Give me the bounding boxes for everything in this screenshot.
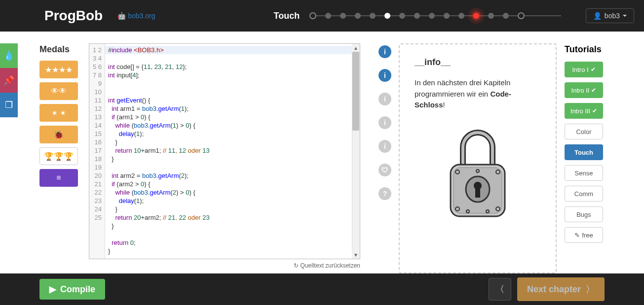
lock-image (415, 123, 541, 221)
progress-dot[interactable] (429, 13, 435, 19)
prev-chapter-button[interactable]: 〈 (489, 278, 511, 301)
medal-menu[interactable]: ≡ (39, 169, 78, 187)
info-nav: iiiii🛡? (375, 32, 395, 273)
tutorial-label: Comm (574, 190, 593, 198)
progress-dot[interactable] (370, 13, 376, 19)
info-nav-dot[interactable]: i (379, 116, 391, 129)
play-icon: ▶ (49, 284, 56, 295)
editor-code[interactable]: #include <BOB3.h> int code[] = {11, 23, … (105, 44, 360, 259)
reset-source-link[interactable]: ↻ Quelltext zurücksetzen (89, 262, 360, 269)
tutorial-button-touch[interactable]: Touch (565, 144, 603, 160)
progress-dot-start[interactable] (309, 12, 316, 19)
progress-dot-end[interactable] (518, 12, 525, 19)
user-label: bob3 (605, 12, 620, 20)
user-icon: 👤 (593, 12, 602, 20)
tutorial-label: Intro I (572, 66, 588, 73)
main-area: 💧 📌 ❐ Medals ★★★★ 👁👁 ✴ ✴ 🐞 🏆🏆🏆 ≡ 1 2 3 4… (0, 32, 644, 273)
tutorial-button-color[interactable]: Color (565, 124, 603, 139)
compile-button[interactable]: ▶ Compile (39, 279, 105, 300)
tutorial-label: Sense (575, 169, 593, 177)
brand-logo: ProgBob (44, 8, 103, 24)
domain-text: bob3.org (128, 12, 155, 20)
tutorial-button-bugs[interactable]: Bugs (565, 206, 603, 222)
free-label: free (582, 232, 593, 239)
compile-label: Compile (60, 284, 95, 295)
domain-link[interactable]: 🤖 bob3.org (117, 12, 155, 20)
progress-dot[interactable] (414, 13, 420, 19)
tutorial-free-button[interactable]: ✎ free (565, 227, 603, 243)
info-nav-dot[interactable]: i (379, 45, 391, 58)
medal-stars[interactable]: ★★★★ (39, 61, 78, 78)
pin-icon: 📌 (3, 75, 14, 86)
tutorial-label: Intro III (570, 107, 590, 115)
tutorials-title: Tutorials (565, 44, 609, 55)
edit-icon: ✎ (574, 232, 580, 239)
check-icon: ✔ (592, 107, 597, 114)
side-tab-copy[interactable]: ❐ (0, 93, 18, 117)
check-icon: ✔ (591, 87, 596, 94)
medal-gears[interactable]: ✴ ✴ (39, 104, 78, 122)
medal-bug[interactable]: 🐞 (39, 126, 78, 143)
progress-dot[interactable] (488, 13, 494, 19)
side-tabs: 💧 📌 ❐ (0, 43, 18, 117)
medal-trophies[interactable]: 🏆🏆🏆 (39, 147, 78, 165)
side-tab-drop[interactable]: 💧 (0, 43, 18, 68)
footer-bar: ▶ Compile 〈 Next chapter 〉 (0, 273, 644, 305)
scroll-down-icon[interactable]: ▼ (352, 251, 360, 259)
chevron-right-icon: 〉 (586, 283, 595, 295)
chapter-title: Touch (274, 11, 300, 21)
info-title: __info__ (415, 57, 541, 68)
progress-dot[interactable] (399, 13, 405, 19)
editor-gutter: 1 2 3 4 5 6 7 8 9 10 11 12 13 14 15 16 1… (89, 44, 105, 259)
reset-label: Quelltext zurücksetzen (301, 262, 360, 269)
next-chapter-button[interactable]: Next chapter 〉 (517, 277, 605, 301)
tutorial-button-sense[interactable]: Sense (565, 165, 603, 181)
info-nav-dot[interactable]: 🛡 (379, 164, 391, 176)
tutorial-button-intro-i[interactable]: Intro I✔ (565, 62, 603, 77)
info-text: In den nächsten drei Kapiteln programmie… (415, 77, 541, 111)
chevron-left-icon: 〈 (495, 283, 504, 295)
robot-icon: 🤖 (117, 12, 126, 20)
tutorial-button-intro-iii[interactable]: Intro III✔ (565, 103, 603, 119)
progress-bar (309, 11, 576, 21)
progress-dot[interactable] (444, 13, 450, 19)
medals-title: Medals (39, 44, 89, 55)
user-menu-button[interactable]: 👤 bob3 (586, 8, 634, 23)
medal-eyes[interactable]: 👁👁 (39, 82, 78, 100)
info-panel: __info__ In den nächsten drei Kapiteln p… (399, 43, 557, 273)
progress-dot-target[interactable] (473, 13, 479, 19)
svg-rect-4 (475, 186, 480, 198)
info-nav-dot[interactable]: i (379, 140, 391, 153)
tutorial-button-intro-ii[interactable]: Intro II✔ (565, 82, 603, 98)
medals-column: Medals ★★★★ 👁👁 ✴ ✴ 🐞 🏆🏆🏆 ≡ (39, 32, 89, 273)
next-label: Next chapter (527, 284, 581, 295)
tutorial-label: Touch (574, 149, 593, 156)
editor-scrollbar[interactable]: ▲ ▼ (352, 44, 360, 259)
drop-icon: 💧 (3, 50, 14, 61)
check-icon: ✔ (591, 66, 596, 73)
progress-dot[interactable] (340, 13, 346, 19)
tutorial-button-comm[interactable]: Comm (565, 186, 603, 202)
tutorial-label: Color (576, 128, 591, 136)
side-tab-pin[interactable]: 📌 (0, 68, 18, 93)
code-editor[interactable]: 1 2 3 4 5 6 7 8 9 10 11 12 13 14 15 16 1… (89, 43, 360, 259)
progress-dot[interactable] (325, 13, 331, 19)
padlock-icon (441, 123, 515, 221)
scroll-up-icon[interactable]: ▲ (352, 44, 360, 52)
info-nav-dot[interactable]: i (379, 93, 391, 105)
progress-dot[interactable] (503, 13, 509, 19)
tutorial-label: Intro II (571, 87, 590, 94)
tutorial-label: Bugs (576, 211, 591, 218)
progress-dot[interactable] (458, 13, 464, 19)
info-nav-dot[interactable]: i (379, 69, 391, 82)
copy-icon: ❐ (5, 100, 13, 110)
tutorials-column: Tutorials Intro I✔Intro II✔Intro III✔Col… (565, 32, 609, 273)
info-nav-dot[interactable]: ? (379, 187, 391, 200)
info-text-suffix: ! (443, 101, 445, 109)
caret-down-icon (623, 15, 627, 19)
editor-column: 1 2 3 4 5 6 7 8 9 10 11 12 13 14 15 16 1… (89, 32, 360, 273)
progress-dot[interactable] (355, 13, 361, 19)
scroll-thumb[interactable] (352, 52, 359, 131)
top-bar: ProgBob 🤖 bob3.org Touch 👤 bob3 (0, 0, 644, 32)
progress-dot-current[interactable] (384, 13, 390, 19)
